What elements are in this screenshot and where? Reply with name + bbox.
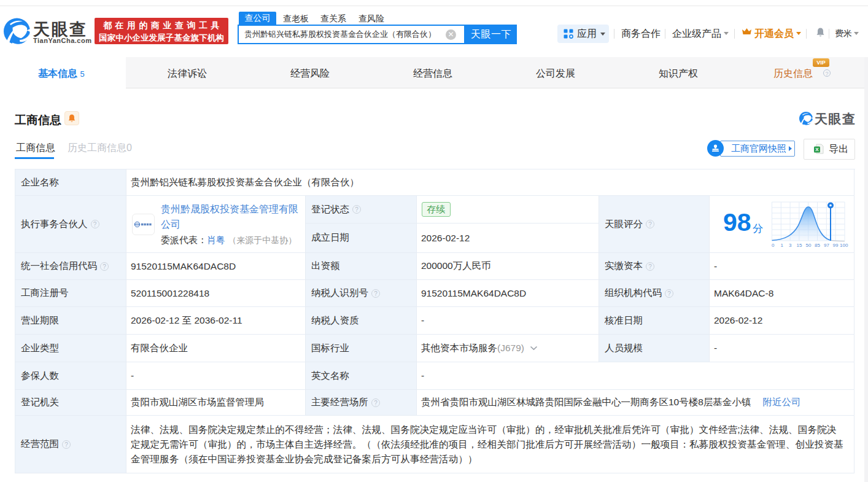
svg-text:天眼查: 天眼查 bbox=[33, 20, 88, 39]
svg-text:15: 15 bbox=[797, 243, 802, 248]
svg-text:50: 50 bbox=[806, 243, 812, 248]
svg-text:3: 3 bbox=[789, 243, 792, 248]
svg-text:0: 0 bbox=[772, 243, 775, 248]
svg-text:1: 1 bbox=[781, 243, 784, 248]
svg-text:天眼查: 天眼查 bbox=[814, 112, 856, 125]
svg-text:X: X bbox=[815, 147, 819, 152]
svg-text:TianYanCha.com: TianYanCha.com bbox=[33, 37, 91, 44]
svg-text:99: 99 bbox=[833, 243, 839, 248]
svg-text:97: 97 bbox=[824, 243, 829, 248]
svg-text:100: 100 bbox=[840, 243, 848, 248]
svg-text:85: 85 bbox=[815, 243, 820, 248]
